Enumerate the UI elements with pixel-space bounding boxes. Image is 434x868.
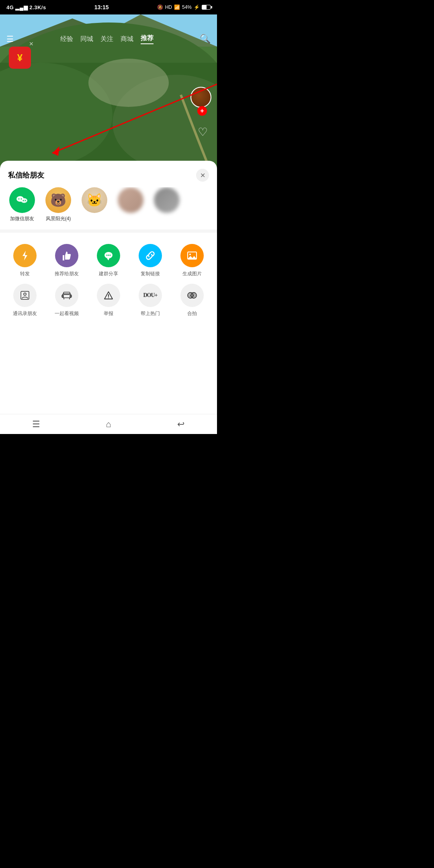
wifi-icon: 📶 bbox=[174, 4, 180, 10]
contact-avatar-4 bbox=[154, 187, 180, 213]
hot-label: 帮上热门 bbox=[141, 310, 160, 317]
search-icon[interactable]: 🔍 bbox=[200, 34, 211, 44]
chat-icon bbox=[103, 250, 114, 261]
share-sheet: 私信给朋友 ✕ 加微信朋友 🐻 风景阳光(4) bbox=[0, 161, 217, 434]
svg-rect-32 bbox=[63, 292, 70, 295]
battery-icon bbox=[202, 5, 211, 10]
duet-label: 合拍 bbox=[187, 310, 197, 317]
person-icon bbox=[20, 291, 30, 300]
svg-point-14 bbox=[23, 200, 24, 201]
report-circle bbox=[97, 284, 120, 307]
contact-item-2[interactable]: 🐱 bbox=[80, 187, 108, 215]
wechat-avatar bbox=[9, 187, 35, 213]
duet-circle bbox=[180, 284, 204, 307]
svg-point-35 bbox=[108, 297, 109, 298]
link-icon bbox=[145, 250, 156, 261]
thumbsup-icon bbox=[61, 250, 72, 261]
lightning-icon bbox=[19, 250, 31, 261]
contact-item-wechat[interactable]: 加微信朋友 bbox=[8, 187, 36, 222]
generate-image-label: 生成图片 bbox=[182, 270, 202, 277]
action-report[interactable]: 举报 bbox=[88, 280, 129, 320]
action-share[interactable]: 转发 bbox=[4, 241, 46, 280]
action-duet[interactable]: 合拍 bbox=[171, 280, 213, 320]
action-hot[interactable]: DOU+ 帮上热门 bbox=[129, 280, 171, 320]
hot-circle: DOU+ bbox=[139, 284, 162, 307]
red-envelope[interactable]: ¥ bbox=[9, 47, 31, 69]
svg-marker-24 bbox=[188, 256, 197, 259]
contacts-label: 通讯录朋友 bbox=[13, 310, 37, 317]
nav-item-tuijian[interactable]: 推荐 bbox=[141, 34, 154, 44]
follow-button[interactable]: + bbox=[197, 106, 207, 116]
action-copy-link[interactable]: 复制链接 bbox=[129, 241, 171, 280]
hd-label: HD bbox=[165, 4, 172, 10]
nav-bar: ☰ 经验 同城 关注 商城 推荐 🔍 bbox=[0, 29, 217, 49]
duet-icon bbox=[187, 290, 197, 301]
action-watch-together[interactable]: 一起看视频 bbox=[46, 280, 88, 320]
warning-icon bbox=[104, 291, 113, 300]
wechat-label: 加微信朋友 bbox=[10, 215, 34, 222]
copy-link-label: 复制链接 bbox=[141, 270, 160, 277]
alarm-icon: 🔕 bbox=[157, 4, 163, 10]
contact-avatar-3 bbox=[118, 187, 143, 213]
user-avatar[interactable] bbox=[190, 87, 211, 108]
action-group[interactable]: 建群分享 bbox=[88, 241, 129, 280]
contact-item-1[interactable]: 🐻 风景阳光(4) bbox=[44, 187, 72, 222]
nav-item-guanzhu[interactable]: 关注 bbox=[100, 35, 113, 43]
wechat-icon bbox=[15, 193, 29, 207]
action-contacts[interactable]: 通讯录朋友 bbox=[4, 280, 46, 320]
report-label: 举报 bbox=[104, 310, 113, 317]
nav-item-shangcheng[interactable]: 商城 bbox=[121, 35, 133, 43]
contacts-circle bbox=[13, 284, 37, 307]
svg-marker-16 bbox=[23, 251, 27, 260]
status-left: 4G ▂▄▆ 2.3K/s bbox=[6, 4, 46, 10]
battery-fill bbox=[202, 5, 207, 9]
contact-item-4[interactable] bbox=[153, 187, 181, 215]
recommend-label: 推荐给朋友 bbox=[55, 270, 79, 277]
action-recommend[interactable]: 推荐给朋友 bbox=[46, 241, 88, 280]
svg-point-23 bbox=[189, 254, 191, 255]
svg-point-13 bbox=[21, 199, 22, 200]
svg-point-19 bbox=[106, 255, 108, 256]
sofa-icon bbox=[61, 291, 72, 300]
contact-avatar-1: 🐻 bbox=[45, 187, 71, 213]
watch-together-label: 一起看视频 bbox=[55, 310, 79, 317]
copy-link-circle bbox=[139, 244, 162, 267]
svg-point-15 bbox=[25, 200, 26, 201]
svg-point-20 bbox=[108, 255, 109, 256]
heart-icon: ♡ bbox=[198, 125, 208, 139]
yuan-symbol: ¥ bbox=[17, 52, 23, 63]
nav-back-button[interactable]: ↩ bbox=[145, 414, 217, 434]
divider bbox=[0, 229, 217, 233]
nav-item-jingyan[interactable]: 经验 bbox=[60, 35, 73, 43]
svg-point-26 bbox=[24, 293, 26, 295]
battery-percent: 54% bbox=[182, 4, 192, 10]
contact-item-3[interactable] bbox=[117, 187, 145, 215]
avatar-image bbox=[191, 88, 211, 107]
nav-item-tongcheng[interactable]: 同城 bbox=[80, 35, 93, 43]
bottom-nav: ☰ ⌂ ↩ bbox=[0, 414, 217, 434]
signal-bars: ▂▄▆ bbox=[15, 4, 28, 10]
svg-point-7 bbox=[88, 59, 169, 107]
image-icon bbox=[186, 250, 198, 261]
action-generate-image[interactable]: 生成图片 bbox=[171, 241, 213, 280]
generate-image-circle bbox=[180, 244, 204, 267]
dou-label: DOU+ bbox=[143, 292, 157, 299]
like-button[interactable]: ♡ bbox=[194, 124, 211, 140]
share-label: 转发 bbox=[20, 270, 30, 277]
recommend-circle bbox=[55, 244, 78, 267]
nav-menu-button[interactable]: ☰ bbox=[0, 414, 72, 434]
svg-point-21 bbox=[110, 255, 111, 256]
nav-items: 经验 同城 关注 商城 推荐 bbox=[60, 34, 154, 44]
menu-icon: ☰ bbox=[32, 419, 40, 430]
back-icon: ↩ bbox=[177, 419, 184, 430]
share-circle bbox=[13, 244, 37, 267]
sheet-title: 私信给朋友 bbox=[8, 170, 44, 180]
hamburger-icon[interactable]: ☰ bbox=[6, 34, 14, 44]
sheet-close-button[interactable]: ✕ bbox=[196, 169, 209, 182]
status-bar: 4G ▂▄▆ 2.3K/s 13:15 🔕 HD 📶 54% ⚡ bbox=[0, 0, 217, 14]
home-icon: ⌂ bbox=[106, 419, 111, 430]
sheet-header: 私信给朋友 ✕ bbox=[0, 169, 217, 187]
svg-point-12 bbox=[18, 199, 20, 200]
svg-point-41 bbox=[193, 295, 194, 296]
nav-home-button[interactable]: ⌂ bbox=[72, 414, 145, 434]
